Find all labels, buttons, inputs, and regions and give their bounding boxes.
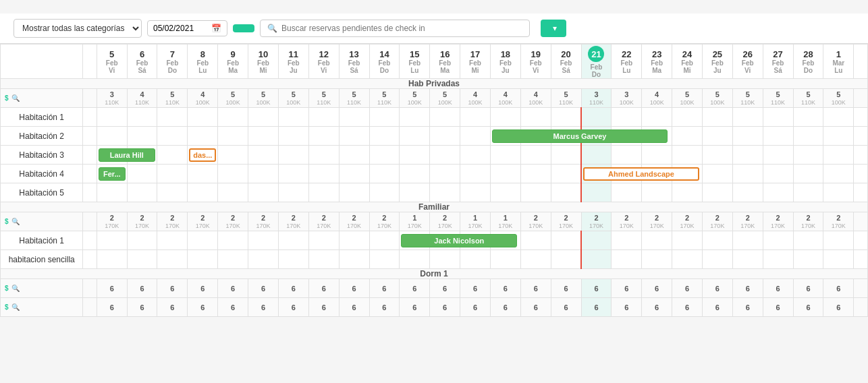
price-cell: 6 bbox=[793, 279, 823, 298]
room-row: Habitación 5 bbox=[1, 183, 868, 202]
room-day-cell bbox=[823, 127, 854, 146]
room-day-cell bbox=[248, 231, 279, 250]
price-cell: 5100K bbox=[218, 89, 248, 108]
room-day-cell bbox=[732, 127, 763, 146]
room-day-cell bbox=[763, 231, 793, 250]
room-day-cell: Ahmed Landscape bbox=[581, 165, 612, 183]
room-day-cell bbox=[581, 108, 612, 127]
room-day-cell bbox=[672, 108, 703, 127]
price-cell: 5110K bbox=[308, 89, 339, 108]
room-day-cell bbox=[430, 183, 460, 202]
day-header-25Feb: 25 Feb Ju bbox=[702, 45, 732, 79]
room-day-cell bbox=[97, 108, 127, 127]
search-input[interactable] bbox=[281, 24, 522, 33]
section-header-row: Hab Privadas bbox=[1, 79, 868, 89]
date-input-wrap: 📅 bbox=[147, 20, 227, 36]
booking-bar[interactable]: Marcus Garvey bbox=[492, 129, 668, 143]
price-cell: 5100K bbox=[702, 89, 732, 108]
price-cell: 6 bbox=[430, 298, 460, 317]
day-header-5Feb: 5 Feb Vi bbox=[97, 45, 127, 79]
booking-bar[interactable]: Jack Nicolson bbox=[401, 234, 517, 247]
room-day-cell bbox=[642, 250, 672, 269]
room-day-cell bbox=[793, 231, 823, 250]
price-icons-cell: $🔍 bbox=[1, 89, 83, 108]
price-cell: 6 bbox=[520, 298, 551, 317]
room-day-cell bbox=[218, 127, 248, 146]
room-day-cell: Fer... bbox=[97, 165, 127, 183]
room-row: Habitación 1Jack Nicolson bbox=[1, 231, 868, 250]
room-day-cell bbox=[823, 108, 854, 127]
room-day-cell bbox=[581, 250, 612, 269]
price-cell: 6 bbox=[612, 298, 642, 317]
room-row: Habitación 4Fer...Ahmed Landscape bbox=[1, 165, 868, 183]
room-day-cell bbox=[551, 231, 581, 250]
search-price-icon[interactable]: 🔍 bbox=[11, 218, 20, 225]
room-day-cell bbox=[642, 231, 672, 250]
room-row: Habitación 1 bbox=[1, 108, 868, 127]
room-day-cell bbox=[430, 108, 460, 127]
room-nav-right bbox=[854, 108, 868, 127]
room-day-cell bbox=[823, 183, 854, 202]
hoy-button[interactable] bbox=[233, 24, 254, 32]
calendar-icon[interactable]: 📅 bbox=[211, 24, 221, 33]
price-cell: 2170K bbox=[702, 212, 732, 231]
day-header-18Feb: 18 Feb Ju bbox=[490, 45, 520, 79]
room-day-cell bbox=[793, 108, 823, 127]
day-header-21Feb: 21 Feb Do bbox=[581, 45, 612, 79]
room-day-cell bbox=[460, 183, 491, 202]
price-cell: 2170K bbox=[430, 212, 460, 231]
room-day-cell bbox=[823, 250, 854, 269]
nav-right[interactable] bbox=[854, 45, 868, 79]
price-cell: 5110K bbox=[763, 89, 793, 108]
room-day-cell bbox=[793, 127, 823, 146]
price-cell: 6 bbox=[581, 298, 612, 317]
room-day-cell: das... bbox=[188, 146, 218, 165]
room-nav-right bbox=[854, 127, 868, 146]
room-day-cell bbox=[97, 250, 127, 269]
calendar-wrap: 5 Feb Vi 6 Feb Sá 7 Feb Do 8 Feb Lu 9 Fe… bbox=[0, 44, 868, 317]
price-cell: 6 bbox=[400, 279, 430, 298]
room-day-cell bbox=[520, 250, 551, 269]
price-cell: 2170K bbox=[248, 212, 279, 231]
nav-left[interactable] bbox=[83, 45, 97, 79]
room-nav-right bbox=[854, 250, 868, 269]
price-cell: 6 bbox=[732, 298, 763, 317]
date-input[interactable] bbox=[153, 24, 207, 33]
room-day-cell bbox=[127, 231, 157, 250]
price-cell: 2170K bbox=[520, 212, 551, 231]
price-cell: 6 bbox=[551, 298, 581, 317]
price-cell: 6 bbox=[702, 298, 732, 317]
room-nav-right bbox=[854, 231, 868, 250]
room-day-cell bbox=[763, 127, 793, 146]
room-day-cell bbox=[520, 165, 551, 183]
chevron-down-icon: ▾ bbox=[553, 24, 557, 33]
booking-bar[interactable]: Laura Hill bbox=[99, 148, 155, 162]
booking-bar[interactable]: das... bbox=[189, 148, 216, 162]
vista-normal-button[interactable]: ▾ bbox=[541, 20, 566, 37]
booking-bar[interactable]: Fer... bbox=[99, 167, 126, 181]
page-title bbox=[0, 0, 868, 13]
search-price-icon[interactable]: 🔍 bbox=[11, 94, 20, 102]
room-day-cell bbox=[248, 250, 279, 269]
room-day-cell bbox=[400, 183, 430, 202]
room-day-cell bbox=[97, 231, 127, 250]
category-select[interactable]: Mostrar todas las categorías bbox=[13, 19, 142, 38]
room-day-cell bbox=[642, 146, 672, 165]
price-cell: 3110K bbox=[97, 89, 127, 108]
room-day-cell bbox=[369, 127, 400, 146]
search-price-icon[interactable]: 🔍 bbox=[11, 303, 20, 311]
search-price-icon[interactable]: 🔍 bbox=[11, 285, 20, 292]
price-cell: 6 bbox=[672, 279, 703, 298]
room-day-cell bbox=[339, 231, 369, 250]
day-header-13Feb: 13 Feb Sá bbox=[339, 45, 369, 79]
price-cell: 6 bbox=[248, 279, 279, 298]
price-cell: 3110K bbox=[581, 89, 612, 108]
price-cell: 6 bbox=[339, 279, 369, 298]
room-day-cell bbox=[218, 165, 248, 183]
room-day-cell bbox=[763, 108, 793, 127]
booking-bar[interactable]: Ahmed Landscape bbox=[583, 167, 699, 181]
room-day-cell bbox=[732, 146, 763, 165]
room-day-cell bbox=[127, 127, 157, 146]
room-day-cell bbox=[308, 108, 339, 127]
room-day-cell bbox=[369, 250, 400, 269]
